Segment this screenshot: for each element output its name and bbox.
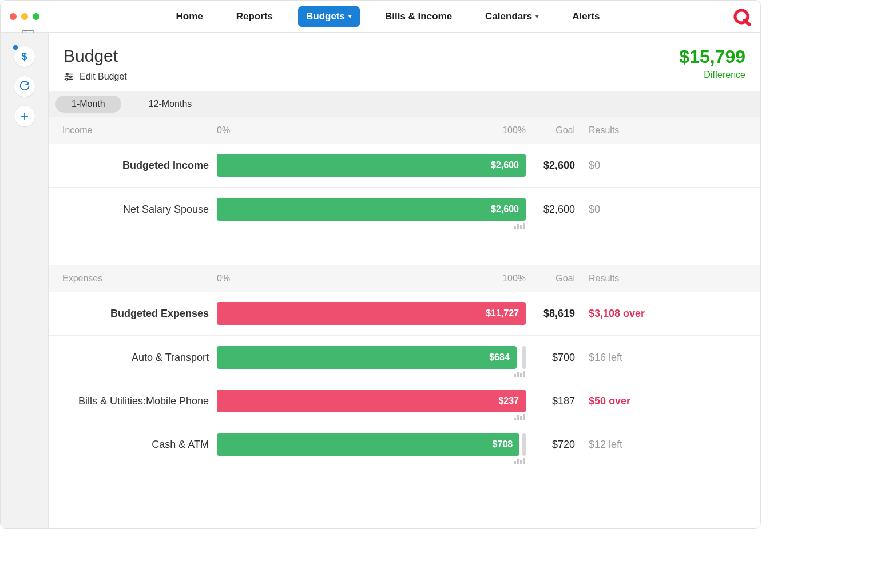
notification-dot-icon bbox=[13, 45, 18, 50]
income-scale: 0% 100% bbox=[217, 125, 526, 136]
column-results: Results bbox=[589, 125, 692, 136]
row-label: Budgeted Income bbox=[62, 160, 217, 172]
bar-chart-icon[interactable] bbox=[514, 371, 525, 377]
minimize-window-button[interactable] bbox=[21, 13, 28, 20]
progress-bar: $11,727 bbox=[217, 302, 526, 325]
tab-1-month[interactable]: 1-Month bbox=[55, 96, 121, 113]
row-result: $0 bbox=[589, 160, 692, 172]
row-goal: $8,619 bbox=[526, 308, 589, 320]
expenses-scale: 0% 100% bbox=[217, 273, 526, 284]
row-label: Bills & Utilities:Mobile Phone bbox=[62, 395, 217, 407]
app-logo-icon bbox=[732, 7, 751, 26]
refresh-button[interactable] bbox=[14, 76, 35, 97]
difference-label: Difference bbox=[679, 70, 745, 80]
column-goal: Goal bbox=[526, 125, 589, 136]
bar-fill: $708 bbox=[217, 433, 519, 456]
tab-12-months[interactable]: 12-Months bbox=[133, 96, 208, 113]
scale-hundred: 100% bbox=[502, 125, 526, 136]
dollar-icon: $ bbox=[21, 51, 27, 63]
fullscreen-window-button[interactable] bbox=[33, 13, 39, 20]
accounts-button[interactable]: $ bbox=[14, 46, 35, 67]
bar-chart-icon[interactable] bbox=[514, 414, 525, 420]
progress-bar: $2,600 bbox=[217, 198, 526, 221]
progress-bar: $237 bbox=[217, 390, 526, 412]
window-controls bbox=[10, 13, 39, 20]
budget-row[interactable]: Auto & Transport$684$700$16 left bbox=[49, 336, 760, 379]
difference-amount: $15,799 bbox=[679, 46, 745, 67]
row-label: Budgeted Expenses bbox=[62, 308, 217, 320]
difference-summary: $15,799 Difference bbox=[679, 46, 745, 80]
bar-fill: $2,600 bbox=[217, 154, 526, 177]
row-result: $50 over bbox=[589, 395, 692, 407]
svg-point-10 bbox=[66, 78, 68, 80]
left-rail: $ bbox=[1, 33, 49, 528]
scale-zero: 0% bbox=[217, 273, 230, 284]
nav-home[interactable]: Home bbox=[168, 6, 211, 27]
add-button[interactable] bbox=[14, 106, 35, 126]
bar-fill: $2,600 bbox=[217, 198, 526, 221]
goal-marker bbox=[522, 346, 526, 369]
expenses-heading: Expenses bbox=[62, 273, 217, 284]
bar-fill: $684 bbox=[217, 346, 517, 369]
top-nav: Home Reports Budgets ▾ Bills & Income Ca… bbox=[44, 6, 732, 27]
income-section-header: Income 0% 100% Goal Results bbox=[49, 117, 760, 144]
row-goal: $720 bbox=[526, 439, 589, 451]
plus-icon bbox=[19, 111, 30, 121]
edit-budget-button[interactable]: Edit Budget bbox=[64, 71, 127, 82]
expenses-section-header: Expenses 0% 100% Goal Results bbox=[49, 265, 760, 292]
bar-chart-icon[interactable] bbox=[514, 223, 525, 229]
chevron-down-icon: ▾ bbox=[348, 13, 352, 20]
nav-alerts[interactable]: Alerts bbox=[564, 6, 608, 27]
chevron-down-icon: ▾ bbox=[535, 13, 539, 20]
progress-bar: $2,600 bbox=[217, 154, 526, 177]
budget-row[interactable]: Budgeted Income$2,600$2,600$0 bbox=[49, 144, 760, 188]
row-result: $16 left bbox=[589, 352, 692, 364]
budget-row[interactable]: Cash & ATM$708$720$12 left bbox=[49, 423, 760, 466]
nav-reports[interactable]: Reports bbox=[228, 6, 281, 27]
bar-chart-icon[interactable] bbox=[514, 458, 525, 464]
row-label: Auto & Transport bbox=[62, 352, 217, 364]
income-heading: Income bbox=[62, 125, 217, 136]
row-goal: $700 bbox=[526, 352, 589, 364]
progress-bar: $684 bbox=[217, 346, 526, 369]
bar-fill: $11,727 bbox=[217, 302, 526, 325]
page-header: Budget Edit Budget $15,799 Difference bbox=[49, 33, 760, 91]
progress-bar: $708 bbox=[217, 433, 526, 456]
row-label: Net Salary Spouse bbox=[62, 204, 217, 216]
sliders-icon bbox=[64, 71, 74, 82]
column-goal: Goal bbox=[526, 273, 589, 284]
scale-hundred: 100% bbox=[502, 273, 526, 284]
scale-zero: 0% bbox=[217, 125, 230, 136]
row-result: $3,108 over bbox=[589, 308, 692, 320]
budget-row[interactable]: Net Salary Spouse$2,600$2,600$0 bbox=[49, 188, 760, 231]
row-goal: $2,600 bbox=[526, 204, 589, 216]
refresh-icon bbox=[19, 81, 30, 92]
budget-row[interactable]: Budgeted Expenses$11,727$8,619$3,108 ove… bbox=[49, 292, 760, 336]
goal-marker bbox=[522, 433, 526, 456]
nav-bills-income[interactable]: Bills & Income bbox=[377, 6, 460, 27]
period-tabs: 1-Month 12-Months bbox=[49, 91, 760, 117]
row-result: $12 left bbox=[589, 439, 692, 451]
nav-budgets[interactable]: Budgets ▾ bbox=[298, 6, 360, 27]
edit-budget-label: Edit Budget bbox=[80, 71, 127, 82]
nav-calendars-label: Calendars bbox=[485, 11, 532, 22]
svg-point-8 bbox=[70, 76, 72, 78]
page-title: Budget bbox=[64, 46, 127, 66]
svg-point-6 bbox=[66, 73, 68, 75]
main-content: Budget Edit Budget $15,799 Difference 1-… bbox=[49, 33, 760, 528]
row-label: Cash & ATM bbox=[62, 439, 217, 451]
bar-fill: $237 bbox=[217, 390, 526, 412]
close-window-button[interactable] bbox=[10, 13, 17, 20]
titlebar: Home Reports Budgets ▾ Bills & Income Ca… bbox=[1, 1, 760, 33]
row-result: $0 bbox=[589, 204, 692, 216]
nav-calendars[interactable]: Calendars ▾ bbox=[477, 6, 547, 27]
column-results: Results bbox=[589, 273, 692, 284]
row-goal: $187 bbox=[526, 395, 589, 407]
budget-row[interactable]: Bills & Utilities:Mobile Phone$237$187$5… bbox=[49, 379, 760, 423]
row-goal: $2,600 bbox=[526, 160, 589, 172]
nav-budgets-label: Budgets bbox=[306, 11, 345, 22]
